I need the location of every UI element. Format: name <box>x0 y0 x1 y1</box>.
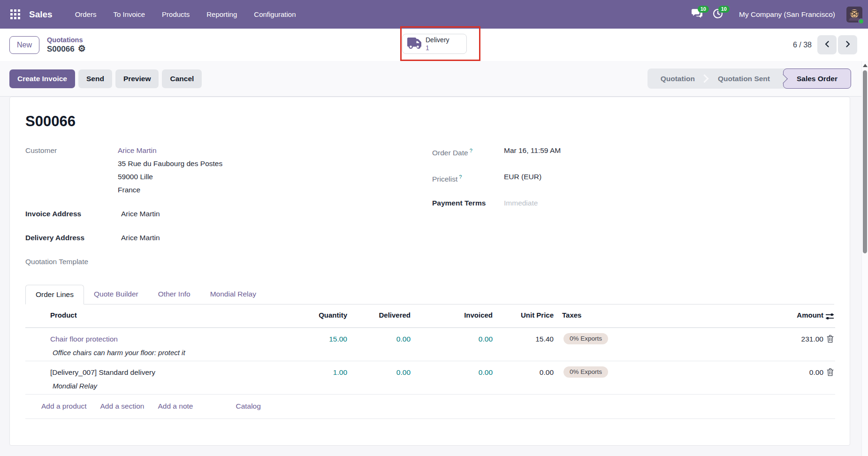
form-sheet: S00066 Customer Arice Martin 35 Rue du F… <box>9 97 850 446</box>
pager-next-button[interactable] <box>838 35 857 54</box>
breadcrumb-quotations[interactable]: Quotations <box>47 36 86 44</box>
quantity-value[interactable]: 15.00 <box>296 333 347 345</box>
order-lines-footer: Add a product Add a section Add a note C… <box>25 395 835 419</box>
menu-products[interactable]: Products <box>153 7 198 22</box>
col-invoiced[interactable]: Invoiced <box>411 311 493 319</box>
product-name[interactable]: [Delivery_007] Standard delivery <box>50 366 296 379</box>
tab-order-lines[interactable]: Order Lines <box>25 285 84 304</box>
scrollbar-up-arrow-icon[interactable] <box>863 64 868 67</box>
scrollbar-track[interactable] <box>861 61 868 456</box>
tab-quote-builder[interactable]: Quote Builder <box>84 285 148 304</box>
apps-grid-icon[interactable] <box>10 9 20 19</box>
invoiced-value[interactable]: 0.00 <box>411 333 493 345</box>
product-description[interactable]: Mondial Relay <box>50 382 296 390</box>
stage-quotation[interactable]: Quotation <box>647 68 708 89</box>
delivery-address-value[interactable]: Arice Martin <box>118 231 160 244</box>
chevron-right-icon <box>844 40 852 49</box>
amount-value: 231.00 <box>741 333 823 345</box>
customer-address-line: France <box>118 183 222 197</box>
order-lines-header: Product Quantity Delivered Invoiced Unit… <box>25 304 835 328</box>
pager-previous-button[interactable] <box>817 35 837 54</box>
quantity-value[interactable]: 1.00 <box>296 366 347 379</box>
stage-quotation-sent[interactable]: Quotation Sent <box>705 68 783 89</box>
col-amount[interactable]: Amount <box>741 311 823 319</box>
menu-to-invoice[interactable]: To Invoice <box>105 7 154 22</box>
tab-mondial-relay[interactable]: Mondial Relay <box>200 285 266 304</box>
notebook-tabs: Order Lines Quote Builder Other Info Mon… <box>25 285 834 304</box>
pager-count: 6 / 38 <box>793 41 812 49</box>
user-menu[interactable] <box>846 7 862 23</box>
order-date-label: Order Date? <box>432 144 504 160</box>
col-taxes[interactable]: Taxes <box>554 311 741 319</box>
menu-orders[interactable]: Orders <box>67 7 105 22</box>
delete-line-button[interactable] <box>826 368 834 378</box>
order-date-value[interactable]: Mar 16, 11:59 AM <box>504 144 561 160</box>
customer-address-line: 59000 Lille <box>118 170 222 183</box>
stage-sales-order[interactable]: Sales Order <box>783 68 851 89</box>
top-navbar: Sales Orders To Invoice Products Reporti… <box>0 0 868 29</box>
tab-other-info[interactable]: Other Info <box>148 285 200 304</box>
col-product[interactable]: Product <box>42 311 296 319</box>
breadcrumb: Quotations S00066 <box>47 36 86 54</box>
invoice-address-label: Invoice Address <box>25 207 118 220</box>
preview-button[interactable]: Preview <box>115 69 159 88</box>
payment-terms-label: Payment Terms <box>432 197 504 210</box>
col-unit-price[interactable]: Unit Price <box>493 311 554 319</box>
company-switcher[interactable]: My Company (San Francisco) <box>739 10 835 19</box>
help-icon[interactable]: ? <box>470 148 472 153</box>
activities-badge: 10 <box>718 6 730 13</box>
help-icon[interactable]: ? <box>459 174 462 180</box>
product-link[interactable]: Chair floor protection <box>50 335 118 343</box>
app-name[interactable]: Sales <box>29 9 53 20</box>
new-button[interactable]: New <box>9 36 39 54</box>
send-button[interactable]: Send <box>78 69 112 88</box>
cancel-button[interactable]: Cancel <box>162 69 202 88</box>
catalog-link[interactable]: Catalog <box>236 402 260 410</box>
delivery-address-label: Delivery Address <box>25 231 118 244</box>
unit-price-value[interactable]: 15.40 <box>493 333 554 345</box>
delete-line-button[interactable] <box>826 334 834 345</box>
scrollbar-thumb[interactable] <box>863 70 867 253</box>
order-line-row[interactable]: Chair floor protection Office chairs can… <box>25 328 835 361</box>
messages-button[interactable]: 10 <box>689 7 705 23</box>
pager: 6 / 38 <box>793 35 857 54</box>
unit-price-value[interactable]: 0.00 <box>493 366 554 379</box>
menu-reporting[interactable]: Reporting <box>198 7 245 22</box>
customer-label: Customer <box>25 144 118 197</box>
col-delivered[interactable]: Delivered <box>347 311 411 319</box>
delivery-smart-button[interactable]: Delivery 1 <box>402 34 467 54</box>
pricelist-value[interactable]: EUR (EUR) <box>504 170 541 186</box>
quotation-template-label: Quotation Template <box>25 255 118 268</box>
customer-link[interactable]: Arice Martin <box>118 146 157 154</box>
order-line-row[interactable]: [Delivery_007] Standard delivery Mondial… <box>25 361 835 395</box>
activities-button[interactable]: 10 <box>710 7 726 23</box>
stage-pills: Quotation Quotation Sent Sales Order <box>647 68 851 89</box>
delivered-value[interactable]: 0.00 <box>347 366 411 379</box>
field-customer: Customer Arice Martin 35 Rue du Faubourg… <box>25 144 432 197</box>
delivery-smart-button-label: Delivery <box>426 36 449 44</box>
content-area: S00066 Customer Arice Martin 35 Rue du F… <box>0 97 868 456</box>
breadcrumb-current: S00066 <box>47 44 75 54</box>
invoice-address-value[interactable]: Arice Martin <box>118 207 160 220</box>
online-status-dot <box>858 18 864 24</box>
product-description[interactable]: Office chairs can harm your floor: prote… <box>50 349 296 357</box>
chevron-left-icon <box>823 40 831 49</box>
col-quantity[interactable]: Quantity <box>296 311 347 319</box>
payment-terms-placeholder[interactable]: Immediate <box>504 197 538 210</box>
delivery-smart-button-count: 1 <box>426 44 449 52</box>
create-invoice-button[interactable]: Create Invoice <box>9 69 75 88</box>
add-note-link[interactable]: Add a note <box>158 402 193 410</box>
tax-tag[interactable]: 0% Exports <box>563 333 608 344</box>
delivered-value[interactable]: 0.00 <box>347 333 411 345</box>
main-menu: Orders To Invoice Products Reporting Con… <box>67 7 305 22</box>
add-product-link[interactable]: Add a product <box>41 402 87 410</box>
gear-icon[interactable] <box>78 44 86 54</box>
field-delivery-address: Delivery Address Arice Martin <box>25 231 432 244</box>
menu-configuration[interactable]: Configuration <box>245 7 304 22</box>
optional-columns-button[interactable] <box>825 312 834 322</box>
statusbar: Create Invoice Send Preview Cancel Quota… <box>0 61 868 97</box>
tax-tag[interactable]: 0% Exports <box>563 366 608 378</box>
add-section-link[interactable]: Add a section <box>100 402 145 410</box>
invoiced-value[interactable]: 0.00 <box>411 366 493 379</box>
order-lines-table: Product Quantity Delivered Invoiced Unit… <box>25 304 835 419</box>
